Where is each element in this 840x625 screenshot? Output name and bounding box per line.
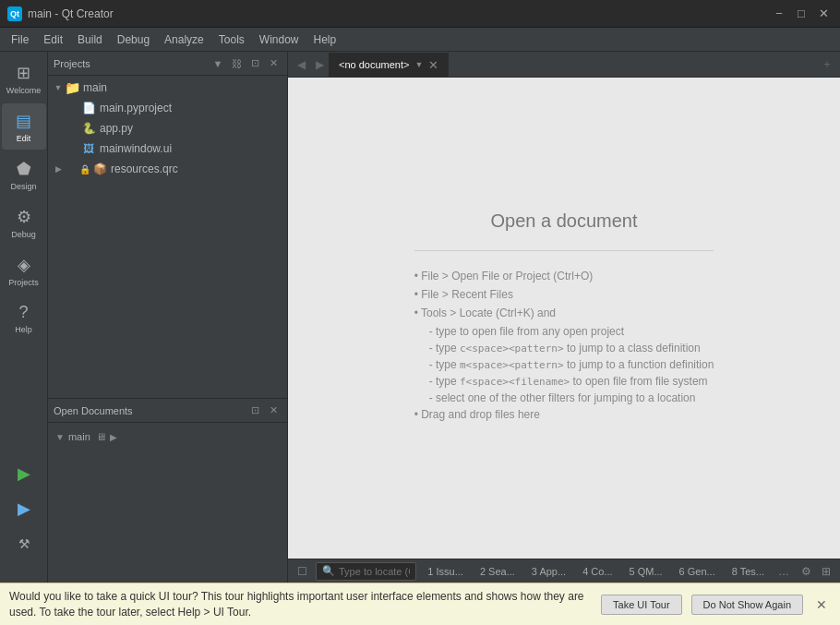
bottom-settings-icon[interactable]: ⚙ [798, 563, 814, 580]
projects-actions: ▼ ⛓ ⊡ ✕ [210, 55, 282, 72]
pyproject-icon: 📄 [81, 101, 96, 115]
monitor-icon: 🖥 [96, 431, 106, 442]
bottom-tab-app[interactable]: 3 App... [526, 564, 571, 579]
welcome-icon: ⊞ [17, 63, 30, 83]
editor-tab-no-document[interactable]: <no document> ▼ ✕ [329, 53, 449, 77]
edit-icon: ▤ [16, 111, 31, 131]
take-ui-tour-button[interactable]: Take UI Tour [601, 595, 682, 615]
qrc-file-icon: 📦 [92, 162, 107, 176]
sidebar-item-help[interactable]: ? Help [2, 295, 46, 342]
sidebar-help-label: Help [15, 325, 32, 334]
qt-logo: Qt [7, 6, 22, 21]
bottom-tab-qm[interactable]: 5 QM... [624, 564, 668, 579]
divider [414, 250, 714, 251]
tab-close-icon[interactable]: ✕ [428, 59, 438, 71]
sidebar-item-edit[interactable]: ▤ Edit [2, 103, 46, 150]
bottom-search-box[interactable]: 🔍 [316, 562, 416, 581]
tree-file-pyproject[interactable]: 📄 main.pyproject [48, 98, 287, 118]
open-docs-expand-btn[interactable]: ⊡ [246, 403, 263, 419]
sidebar-projects-label: Projects [8, 278, 39, 287]
menu-edit[interactable]: Edit [36, 30, 70, 49]
open-document-heading: Open a document [414, 210, 714, 232]
expand-arrow-icon: ▶ [110, 432, 117, 442]
sidebar-item-projects[interactable]: ◈ Projects [2, 247, 46, 294]
menu-file[interactable]: File [4, 30, 36, 49]
debug-run-button[interactable]: ▶ [7, 492, 41, 525]
folder-icon: 📁 [65, 80, 79, 95]
sidebar-edit-label: Edit [17, 134, 31, 143]
tab-add-btn[interactable]: + [818, 54, 836, 75]
projects-icon: ◈ [18, 255, 30, 275]
group-label: main [68, 431, 90, 442]
build-button[interactable]: ⚒ [7, 527, 41, 560]
menu-help[interactable]: Help [306, 30, 344, 49]
editor-area: ◀ ▶ <no document> ▼ ✕ + Open a document … [288, 52, 840, 583]
open-document-list: File > Open File or Project (Ctrl+O) Fil… [414, 270, 714, 421]
debug-icon: ⚙ [17, 207, 31, 227]
notification-text: Would you like to take a quick UI tour? … [9, 589, 592, 620]
lock-icon: 🔒 [79, 164, 90, 174]
tab-nav-next[interactable]: ▶ [310, 54, 329, 75]
file-tree: ▼ 📁 main 📄 main.pyproject 🐍 app.py [48, 76, 287, 398]
tree-file-resources[interactable]: ▶ 🔒 📦 resources.qrc [48, 159, 287, 179]
tree-file-mainwindow[interactable]: 🖼 mainwindow.ui [48, 138, 287, 159]
bottom-tab-gen[interactable]: 6 Gen... [674, 564, 721, 579]
sidebar-design-label: Design [10, 182, 36, 191]
list-sub-5: select one of the other filters for jump… [414, 391, 714, 404]
bottom-more-tabs-btn[interactable]: … [775, 563, 792, 580]
root-label: main [83, 81, 107, 94]
filter-btn[interactable]: ▼ [210, 55, 226, 72]
run-button[interactable]: ▶ [7, 457, 41, 490]
expand-btn[interactable]: ⊡ [246, 55, 263, 72]
open-docs-actions: ⊡ ✕ [246, 403, 282, 419]
do-not-show-again-button[interactable]: Do Not Show Again [691, 595, 803, 615]
editor-content: Open a document File > Open File or Proj… [288, 78, 840, 559]
resources-arrow: ▶ [52, 162, 65, 175]
open-docs-close-btn[interactable]: ✕ [265, 403, 282, 419]
list-item-3: Tools > Locate (Ctrl+K) and [414, 306, 714, 319]
bottom-tab-issues[interactable]: 1 Issu... [422, 564, 469, 579]
notification-close-button[interactable]: ✕ [812, 595, 831, 614]
tree-file-apppy[interactable]: 🐍 app.py [48, 118, 287, 138]
menu-analyze[interactable]: Analyze [157, 30, 211, 49]
list-sub-3: type m<space><pattern> to jump to a func… [414, 358, 714, 371]
menu-debug[interactable]: Debug [110, 30, 157, 49]
bottom-tab-co[interactable]: 4 Co... [577, 564, 618, 579]
group-arrow-icon: ▼ [55, 432, 65, 442]
list-sub-4: type f<space><filename> to open file fro… [414, 375, 714, 388]
design-icon: ⬟ [17, 159, 31, 179]
root-arrow: ▼ [52, 81, 65, 94]
close-button[interactable]: ✕ [814, 5, 833, 23]
tab-dropdown-icon: ▼ [414, 60, 423, 69]
open-docs-header: Open Documents ⊡ ✕ [48, 399, 287, 423]
bottom-tab-tes[interactable]: 8 Tes... [726, 564, 770, 579]
search-input[interactable] [339, 566, 410, 577]
bottom-tab-search[interactable]: 2 Sea... [474, 564, 521, 579]
list-sub-1: type to open file from any open project [414, 325, 714, 338]
search-icon: 🔍 [322, 565, 335, 577]
open-docs-group[interactable]: ▼ main 🖥 ▶ [52, 427, 283, 447]
sidebar-welcome-label: Welcome [6, 86, 41, 95]
file-mainwindow-label: mainwindow.ui [100, 142, 172, 155]
main-layout: ⊞ Welcome ▤ Edit ⬟ Design ⚙ Debug ◈ Proj… [0, 52, 840, 583]
file-pyproject-label: main.pyproject [100, 102, 172, 114]
link-btn[interactable]: ⛓ [228, 55, 245, 72]
open-docs-title: Open Documents [54, 405, 133, 416]
menu-window[interactable]: Window [252, 30, 306, 49]
bottom-checkbox-btn[interactable]: ☐ [294, 563, 310, 580]
menu-tools[interactable]: Tools [211, 30, 252, 49]
tab-nav-prev[interactable]: ◀ [292, 54, 310, 75]
menu-build[interactable]: Build [70, 30, 110, 49]
minimize-button[interactable]: − [770, 5, 788, 23]
sidebar-debug-label: Debug [11, 230, 36, 239]
list-sub-2: type c<space><pattern> to jump to a clas… [414, 342, 714, 355]
bottom-expand-icon[interactable]: ⊞ [818, 563, 834, 580]
maximize-button[interactable]: □ [792, 5, 810, 23]
sidebar-item-design[interactable]: ⬟ Design [2, 151, 46, 198]
open-document-info: Open a document File > Open File or Proj… [414, 210, 714, 427]
editor-tabs: ◀ ▶ <no document> ▼ ✕ + [288, 52, 840, 78]
close-panel-btn[interactable]: ✕ [265, 55, 282, 72]
tree-root[interactable]: ▼ 📁 main [48, 78, 287, 98]
sidebar-item-debug[interactable]: ⚙ Debug [2, 199, 46, 246]
sidebar-item-welcome[interactable]: ⊞ Welcome [2, 55, 46, 102]
